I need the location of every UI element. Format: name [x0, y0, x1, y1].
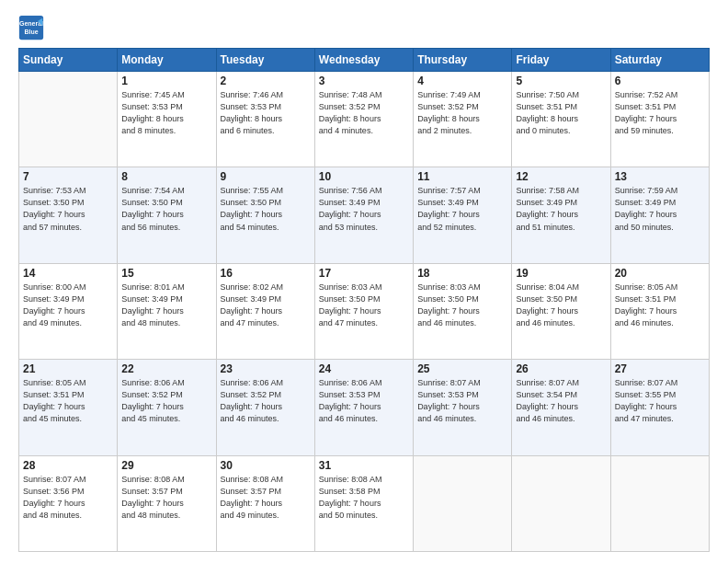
calendar-week-row: 21Sunrise: 8:05 AM Sunset: 3:51 PM Dayli…	[19, 360, 710, 455]
day-number: 9	[221, 170, 311, 183]
calendar-week-row: 14Sunrise: 8:00 AM Sunset: 3:49 PM Dayli…	[19, 263, 710, 359]
day-number: 1	[121, 75, 211, 87]
day-number: 23	[221, 362, 311, 375]
day-number: 18	[417, 267, 507, 280]
calendar-cell: 10Sunrise: 7:56 AM Sunset: 3:49 PM Dayli…	[314, 167, 413, 263]
day-number: 22	[121, 362, 211, 375]
day-number: 29	[121, 459, 211, 472]
svg-rect-0	[19, 16, 43, 40]
calendar-cell: 8Sunrise: 7:54 AM Sunset: 3:50 PM Daylig…	[118, 167, 216, 263]
calendar-cell: 25Sunrise: 8:07 AM Sunset: 3:53 PM Dayli…	[414, 360, 512, 455]
day-number: 12	[516, 170, 606, 183]
day-info: Sunrise: 8:06 AM Sunset: 3:53 PM Dayligh…	[319, 377, 409, 425]
day-number: 5	[516, 75, 606, 87]
day-info: Sunrise: 8:08 AM Sunset: 3:57 PM Dayligh…	[121, 474, 211, 522]
day-info: Sunrise: 8:07 AM Sunset: 3:55 PM Dayligh…	[615, 377, 705, 425]
weekday-header-row: SundayMondayTuesdayWednesdayThursdayFrid…	[19, 49, 710, 72]
weekday-header-monday: Monday	[118, 49, 216, 72]
day-number: 19	[516, 267, 606, 280]
day-number: 25	[417, 362, 507, 375]
calendar-cell: 19Sunrise: 8:04 AM Sunset: 3:50 PM Dayli…	[512, 263, 610, 359]
day-info: Sunrise: 7:54 AM Sunset: 3:50 PM Dayligh…	[121, 185, 211, 233]
day-number: 15	[121, 267, 211, 280]
day-info: Sunrise: 8:03 AM Sunset: 3:50 PM Dayligh…	[417, 282, 507, 329]
day-info: Sunrise: 8:01 AM Sunset: 3:49 PM Dayligh…	[121, 282, 211, 329]
calendar-cell: 14Sunrise: 8:00 AM Sunset: 3:49 PM Dayli…	[19, 263, 118, 359]
calendar-cell: 31Sunrise: 8:08 AM Sunset: 3:58 PM Dayli…	[314, 455, 413, 551]
calendar-cell: 30Sunrise: 8:08 AM Sunset: 3:57 PM Dayli…	[216, 455, 314, 551]
weekday-header-friday: Friday	[512, 49, 610, 72]
calendar-cell: 28Sunrise: 8:07 AM Sunset: 3:56 PM Dayli…	[19, 455, 118, 551]
weekday-header-thursday: Thursday	[414, 49, 512, 72]
calendar-cell: 11Sunrise: 7:57 AM Sunset: 3:49 PM Dayli…	[414, 167, 512, 263]
day-number: 3	[319, 75, 409, 87]
calendar-cell: 27Sunrise: 8:07 AM Sunset: 3:55 PM Dayli…	[610, 360, 709, 455]
day-info: Sunrise: 8:06 AM Sunset: 3:52 PM Dayligh…	[121, 377, 211, 425]
calendar-cell: 13Sunrise: 7:59 AM Sunset: 3:49 PM Dayli…	[610, 167, 709, 263]
logo-icon: General Blue	[18, 15, 44, 40]
calendar-cell: 24Sunrise: 8:06 AM Sunset: 3:53 PM Dayli…	[314, 360, 413, 455]
calendar-week-row: 28Sunrise: 8:07 AM Sunset: 3:56 PM Dayli…	[19, 455, 710, 551]
calendar-cell: 2Sunrise: 7:46 AM Sunset: 3:53 PM Daylig…	[216, 72, 314, 167]
day-info: Sunrise: 7:48 AM Sunset: 3:52 PM Dayligh…	[319, 89, 409, 137]
calendar-cell: 20Sunrise: 8:05 AM Sunset: 3:51 PM Dayli…	[610, 263, 709, 359]
day-info: Sunrise: 7:57 AM Sunset: 3:49 PM Dayligh…	[417, 185, 507, 233]
day-number: 20	[615, 267, 705, 280]
day-number: 31	[319, 459, 409, 472]
day-info: Sunrise: 7:46 AM Sunset: 3:53 PM Dayligh…	[221, 89, 311, 137]
day-number: 16	[221, 267, 311, 280]
day-number: 17	[319, 267, 409, 280]
day-info: Sunrise: 8:03 AM Sunset: 3:50 PM Dayligh…	[319, 282, 409, 329]
day-info: Sunrise: 7:55 AM Sunset: 3:50 PM Dayligh…	[221, 185, 311, 233]
day-number: 7	[23, 170, 113, 183]
day-info: Sunrise: 7:49 AM Sunset: 3:52 PM Dayligh…	[417, 89, 507, 137]
day-number: 26	[516, 362, 606, 375]
weekday-header-saturday: Saturday	[610, 49, 709, 72]
day-info: Sunrise: 8:02 AM Sunset: 3:49 PM Dayligh…	[221, 282, 311, 329]
calendar-cell: 12Sunrise: 7:58 AM Sunset: 3:49 PM Dayli…	[512, 167, 610, 263]
calendar-cell: 26Sunrise: 8:07 AM Sunset: 3:54 PM Dayli…	[512, 360, 610, 455]
calendar-week-row: 1Sunrise: 7:45 AM Sunset: 3:53 PM Daylig…	[19, 72, 710, 167]
page: General Blue SundayMondayTuesdayWednesda…	[0, 0, 728, 563]
weekday-header-tuesday: Tuesday	[216, 49, 314, 72]
day-number: 27	[615, 362, 705, 375]
calendar-cell: 9Sunrise: 7:55 AM Sunset: 3:50 PM Daylig…	[216, 167, 314, 263]
day-number: 2	[221, 75, 311, 87]
day-number: 4	[417, 75, 507, 87]
day-number: 14	[23, 267, 113, 280]
day-info: Sunrise: 7:56 AM Sunset: 3:49 PM Dayligh…	[319, 185, 409, 233]
day-info: Sunrise: 8:05 AM Sunset: 3:51 PM Dayligh…	[615, 282, 705, 329]
day-info: Sunrise: 8:00 AM Sunset: 3:49 PM Dayligh…	[23, 282, 113, 329]
weekday-header-sunday: Sunday	[19, 49, 118, 72]
day-number: 6	[615, 75, 705, 87]
calendar-cell	[512, 455, 610, 551]
calendar-cell	[414, 455, 512, 551]
logo: General Blue	[18, 15, 44, 40]
day-number: 11	[417, 170, 507, 183]
day-number: 24	[319, 362, 409, 375]
calendar-cell: 22Sunrise: 8:06 AM Sunset: 3:52 PM Dayli…	[118, 360, 216, 455]
calendar-cell: 1Sunrise: 7:45 AM Sunset: 3:53 PM Daylig…	[118, 72, 216, 167]
day-number: 21	[23, 362, 113, 375]
day-info: Sunrise: 7:45 AM Sunset: 3:53 PM Dayligh…	[121, 89, 211, 137]
calendar-cell: 3Sunrise: 7:48 AM Sunset: 3:52 PM Daylig…	[314, 72, 413, 167]
day-info: Sunrise: 7:59 AM Sunset: 3:49 PM Dayligh…	[615, 185, 705, 233]
day-info: Sunrise: 7:52 AM Sunset: 3:51 PM Dayligh…	[615, 89, 705, 137]
day-info: Sunrise: 8:08 AM Sunset: 3:58 PM Dayligh…	[319, 474, 409, 522]
calendar-cell: 21Sunrise: 8:05 AM Sunset: 3:51 PM Dayli…	[19, 360, 118, 455]
calendar-cell: 17Sunrise: 8:03 AM Sunset: 3:50 PM Dayli…	[314, 263, 413, 359]
weekday-header-wednesday: Wednesday	[314, 49, 413, 72]
calendar-cell: 5Sunrise: 7:50 AM Sunset: 3:51 PM Daylig…	[512, 72, 610, 167]
calendar-cell: 6Sunrise: 7:52 AM Sunset: 3:51 PM Daylig…	[610, 72, 709, 167]
day-info: Sunrise: 7:50 AM Sunset: 3:51 PM Dayligh…	[516, 89, 606, 137]
day-info: Sunrise: 8:07 AM Sunset: 3:54 PM Dayligh…	[516, 377, 606, 425]
calendar-cell: 4Sunrise: 7:49 AM Sunset: 3:52 PM Daylig…	[414, 72, 512, 167]
day-info: Sunrise: 8:08 AM Sunset: 3:57 PM Dayligh…	[221, 474, 311, 522]
day-number: 10	[319, 170, 409, 183]
day-info: Sunrise: 8:07 AM Sunset: 3:53 PM Dayligh…	[417, 377, 507, 425]
day-info: Sunrise: 7:58 AM Sunset: 3:49 PM Dayligh…	[516, 185, 606, 233]
calendar-week-row: 7Sunrise: 7:53 AM Sunset: 3:50 PM Daylig…	[19, 167, 710, 263]
calendar-cell: 23Sunrise: 8:06 AM Sunset: 3:52 PM Dayli…	[216, 360, 314, 455]
calendar-cell: 15Sunrise: 8:01 AM Sunset: 3:49 PM Dayli…	[118, 263, 216, 359]
calendar-cell	[19, 72, 118, 167]
